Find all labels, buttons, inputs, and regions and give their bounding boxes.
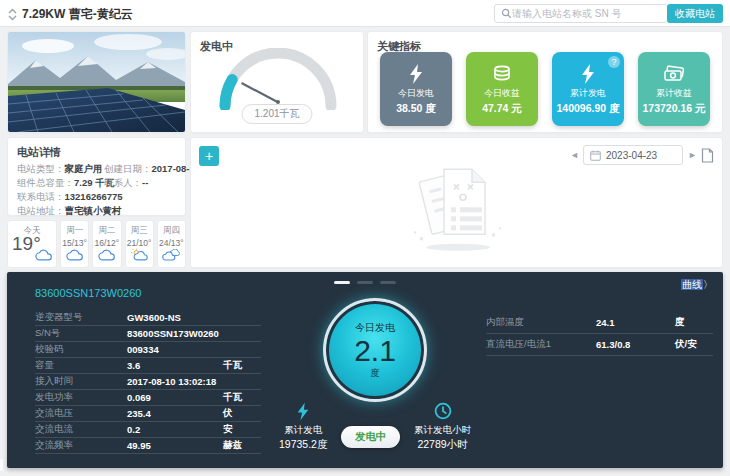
- export-icon[interactable]: [701, 148, 714, 163]
- date-controls: ◄ 2023-04-23 ►: [570, 145, 714, 165]
- cloud-icon: [35, 247, 53, 265]
- key-metrics-panel: 关键指标 今日发电 38.50 度 今日收益 47.74 元: [367, 31, 723, 133]
- help-icon[interactable]: ?: [608, 56, 620, 68]
- kpi-total-generation: ? 累计发电 140096.90 度: [552, 52, 624, 126]
- coins-icon: [491, 63, 513, 85]
- power-gauge-value: 1.201千瓦: [241, 104, 312, 124]
- sort-chevrons-icon[interactable]: [7, 7, 18, 20]
- cloud-icon: [66, 247, 84, 265]
- today-generation-gauge: 今日发电 2.1 度: [323, 298, 427, 402]
- scrollbar-stub[interactable]: [0, 459, 3, 471]
- curve-link[interactable]: 曲线〉: [681, 278, 713, 292]
- table-row: 交流电流0.2安: [35, 422, 261, 438]
- search-box: [494, 4, 668, 23]
- table-row: S/N号83600SSN173W0260: [35, 326, 261, 342]
- carousel-dot-1[interactable]: [334, 281, 350, 284]
- partly-sunny-icon: [130, 247, 148, 265]
- carousel-indicator: [334, 281, 396, 284]
- prev-day-arrow-icon[interactable]: ◄: [570, 150, 578, 160]
- capacity-field: 组件总容量：7.29 千瓦: [17, 177, 114, 190]
- search-input[interactable]: [512, 8, 661, 19]
- kpi-total-income: 累计收益 173720.16 元: [638, 52, 710, 126]
- table-row: 直流电压/电流161.3/0.8伏/安: [486, 334, 713, 356]
- table-row: 接入时间2017-08-10 13:02:18: [35, 374, 261, 390]
- kpi-today-income: 今日收益 47.74 元: [466, 52, 538, 126]
- plant-details-panel: 电站详情 电站类型：家庭户用 创建日期：2017-08-10 组件总容量：7.2…: [7, 137, 186, 216]
- solar-plant-image: [8, 32, 185, 132]
- next-day-arrow-icon[interactable]: ►: [688, 150, 696, 160]
- cash-icon: [662, 63, 686, 85]
- create-date-field: 创建日期：2017-08-10: [104, 163, 200, 176]
- collect-plant-button[interactable]: 收藏电站: [667, 4, 723, 23]
- weather-today: 今天 19°: [7, 220, 57, 268]
- chevron-right-icon: 〉: [703, 279, 713, 290]
- weather-mon: 周一 15/13°: [60, 220, 89, 268]
- top-bar: 7.29KW 曹宅-黄纪云 收藏电站: [0, 0, 730, 27]
- clouds-icon: [162, 247, 181, 265]
- page-title: 7.29KW 曹宅-黄纪云: [22, 6, 133, 23]
- search-icon: [501, 8, 512, 19]
- kpi-today-generation: 今日发电 38.50 度: [380, 52, 452, 126]
- empty-state-illustration: [382, 153, 532, 261]
- table-row: 内部温度24.1度: [486, 312, 713, 334]
- bolt-icon: [408, 63, 424, 85]
- generating-status-button[interactable]: 发电中: [341, 426, 401, 448]
- generation-gauge-panel: 发电中 1.201千瓦: [190, 31, 364, 133]
- weather-forecast: 今天 19° 周一 15/13° 周二 16/12° 周三 21/10° 周四 …: [7, 220, 186, 268]
- contact-field: 联系人：--: [104, 177, 148, 190]
- total-generation-stat: 累计发电 19735.2度: [279, 402, 327, 452]
- cloud-icon: [98, 247, 116, 265]
- plant-photo: [7, 31, 186, 133]
- weather-wed: 周三 21/10°: [125, 220, 154, 268]
- date-picker[interactable]: 2023-04-23: [583, 145, 683, 165]
- bolt-icon: [279, 402, 327, 422]
- carousel-dot-2[interactable]: [357, 281, 373, 284]
- plant-type-field: 电站类型：家庭户用: [17, 163, 103, 176]
- weather-thu: 周四 24/13°: [157, 220, 186, 268]
- plant-details-title: 电站详情: [17, 145, 61, 160]
- table-row: 逆变器型号GW3600-NS: [35, 310, 261, 326]
- bolt-icon: [580, 63, 596, 85]
- phone-field: 联系电话：13216266775: [17, 191, 123, 204]
- address-field: 电站地址：曹宅镇小黄村: [17, 205, 122, 218]
- table-row: 校验码009334: [35, 342, 261, 358]
- calendar-icon: [590, 150, 601, 161]
- total-hours-stat: 累计发电小时 22789小时: [414, 402, 471, 452]
- daily-chart-panel: + ◄ 2023-04-23 ►: [190, 137, 723, 268]
- table-row: 发电功率0.069千瓦: [35, 390, 261, 406]
- table-row: 容量3.6千瓦: [35, 358, 261, 374]
- table-row: 交流频率49.95赫兹: [35, 438, 261, 454]
- add-series-button[interactable]: +: [199, 146, 219, 166]
- inverter-left-table: 逆变器型号GW3600-NS S/N号83600SSN173W0260 校验码0…: [35, 310, 261, 454]
- kpi-cards: 今日发电 38.50 度 今日收益 47.74 元 ? 累计发电: [368, 52, 722, 126]
- inverter-panel: 曲线〉 83600SSN173W0260 逆变器型号GW3600-NS S/N号…: [7, 272, 723, 468]
- weather-tue: 周二 16/12°: [92, 220, 121, 268]
- clock-icon: [414, 402, 471, 422]
- gauge-stats-row: 累计发电 19735.2度 发电中 累计发电小时 22789小时: [279, 402, 471, 452]
- inverter-sn-title[interactable]: 83600SSN173W0260: [35, 287, 141, 299]
- carousel-dot-3[interactable]: [380, 281, 396, 284]
- date-value: 2023-04-23: [606, 150, 657, 161]
- inverter-right-table: 内部温度24.1度 直流电压/电流161.3/0.8伏/安: [486, 312, 713, 356]
- table-row: 交流电压235.4伏: [35, 406, 261, 422]
